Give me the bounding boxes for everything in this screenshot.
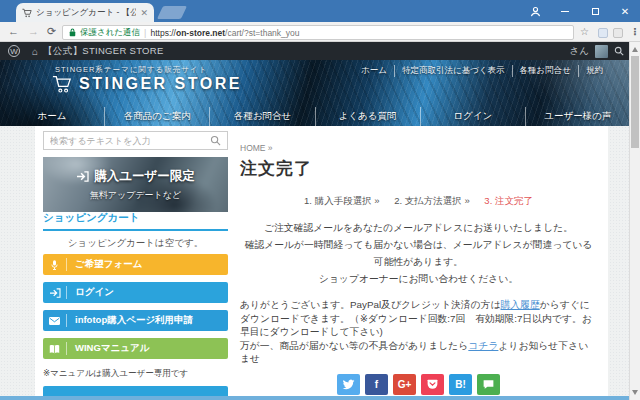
search-icon[interactable]: [210, 135, 221, 146]
top-nav-contact[interactable]: 各種お問合せ: [512, 65, 578, 77]
sign-in-arrow-icon: [76, 171, 89, 182]
infotop-apply-button[interactable]: infotop購入ページ利用申請: [43, 310, 228, 331]
step-2: 2. 支払方法選択 »: [394, 195, 470, 206]
pocket-share-button[interactable]: [421, 374, 444, 395]
nav-home[interactable]: ホーム: [0, 107, 104, 126]
address-bar[interactable]: 保護された通信 | https://on-store.net/cart/?st=…: [62, 25, 574, 40]
scrollbar-thumb[interactable]: [631, 56, 639, 148]
top-nav-home[interactable]: ホーム: [354, 65, 394, 77]
wordpress-logo-icon[interactable]: W: [8, 45, 20, 57]
step-3-active: 3. 注文完了: [484, 195, 533, 206]
message-line: 確認メールが一時間経っても届かない場合は、メールアドレスが間違っている可能性があ…: [240, 236, 597, 270]
home-icon[interactable]: ⌂: [32, 46, 38, 57]
extension-icon[interactable]: [598, 28, 608, 38]
minimize-button[interactable]: [550, 0, 580, 22]
microphone-icon: [43, 258, 67, 271]
top-nav-tokushoho[interactable]: 特定商取引法に基づく表示: [394, 65, 512, 77]
forward-icon: →: [28, 25, 39, 37]
menu-dots-icon[interactable]: ⋮: [630, 26, 640, 37]
message-line: ショップオーナーにお問い合わせください。: [240, 270, 597, 287]
profile-icon[interactable]: [520, 0, 550, 22]
site-tagline: STINGER系テーマに関する販売サイト: [55, 65, 207, 75]
content-container: 購入ユーザー限定 無料アップデートなど ショッピングカート ショッピングカートは…: [35, 126, 608, 397]
thanks-message: ありがとうございます。PayPal及びクレジット決済の方は購入履歴からすぐにダウ…: [240, 298, 597, 366]
banner-title: 購入ユーザー限定: [94, 168, 195, 185]
thanks-text: 万が一、商品が届かない等の不具合がありましたら: [240, 340, 468, 351]
report-problem-link[interactable]: コチラ: [468, 340, 498, 351]
cart-empty-text: ショッピングカートは空です。: [43, 237, 228, 250]
header-top-nav: ホーム 特定商取引法に基づく表示 各種お問合せ 規約: [354, 65, 610, 77]
close-button[interactable]: ✕: [610, 0, 640, 22]
address-separator: |: [144, 28, 146, 38]
confirmation-message: ご注文確認メールをあなたのメールアドレスにお送りいたしました。 確認メールが一時…: [240, 219, 597, 287]
back-icon[interactable]: ←: [8, 25, 19, 37]
nav-products[interactable]: 各商品のご案内: [104, 107, 209, 126]
step-1: 1. 購入手段選択 »: [304, 195, 380, 206]
cart-logo-icon: [52, 75, 72, 93]
browser-titlebar: ショッピングカート - 【公式】S ✕ ✕: [0, 0, 640, 22]
bookmark-star-icon[interactable]: ☆: [580, 26, 589, 37]
admin-search-icon[interactable]: [614, 46, 624, 56]
search-input[interactable]: [50, 136, 210, 146]
site-logo[interactable]: STINGER STORE: [52, 75, 242, 93]
top-nav-terms[interactable]: 規約: [578, 65, 610, 77]
twitter-share-button[interactable]: [337, 374, 360, 395]
search-box[interactable]: [43, 131, 228, 150]
google-plus-share-button[interactable]: G+: [393, 374, 416, 395]
wp-admin-bar: W ⌂ 【公式】STINGER STORE さん: [0, 42, 640, 60]
tab-title: ショッピングカート - 【公式】S: [36, 7, 136, 19]
maximize-button[interactable]: [580, 0, 610, 22]
nav-faq[interactable]: よくある質問: [315, 107, 420, 126]
widget-title-shopping-cart[interactable]: ショッピングカート: [43, 211, 228, 231]
purchase-history-link[interactable]: 購入履歴: [501, 299, 540, 310]
nav-contact[interactable]: 各種お問合せ: [209, 107, 314, 126]
comment-button[interactable]: [477, 374, 500, 395]
scroll-up-arrow-icon[interactable]: [632, 47, 638, 52]
admin-bar-site-name[interactable]: 【公式】STINGER STORE: [43, 45, 164, 58]
sign-in-icon: [43, 286, 67, 299]
secure-label: 保護された通信: [80, 27, 140, 39]
avatar[interactable]: [595, 45, 608, 58]
manual-note: ※マニュアルは購入ユーザー専用です: [43, 368, 188, 380]
browser-toolbar: ← → ⟳ 保護された通信 | https://on-store.net/car…: [0, 22, 640, 42]
browser-window: ショッピングカート - 【公式】S ✕ ✕ ← → ⟳ 保護された通信 | ht…: [0, 0, 640, 400]
page-title: 注文完了: [240, 157, 312, 180]
member-banner[interactable]: 購入ユーザー限定 無料アップデートなど: [43, 157, 228, 212]
footer-top-border: [0, 396, 630, 400]
wing-manual-button[interactable]: WINGマニュアル: [43, 338, 228, 359]
login-button[interactable]: ログイン: [43, 282, 228, 303]
tab-close-icon[interactable]: ✕: [140, 8, 148, 18]
request-form-button[interactable]: ご希望フォーム: [43, 254, 228, 275]
site-header: STINGER系テーマに関する販売サイト STINGER STORE ホーム 特…: [0, 60, 640, 126]
scroll-down-arrow-icon[interactable]: [632, 390, 638, 395]
lock-icon: [69, 28, 76, 37]
camera-extension-icon[interactable]: [613, 28, 623, 38]
book-icon: [43, 342, 67, 355]
browser-tab[interactable]: ショッピングカート - 【公式】S ✕: [16, 3, 154, 22]
nav-login[interactable]: ログイン: [420, 107, 525, 126]
reload-icon[interactable]: ⟳: [47, 25, 56, 38]
checkout-steps: 1. 購入手段選択 » 2. 支払方法選択 » 3. 注文完了: [240, 195, 597, 208]
site-logo-text: STINGER STORE: [79, 75, 242, 93]
message-line: ご注文確認メールをあなたのメールアドレスにお送りいたしました。: [240, 219, 597, 236]
url-text: https://on-store.net/cart/?st=thank_you: [150, 28, 299, 38]
nav-user-voice[interactable]: ユーザー様の声: [525, 107, 630, 126]
tab-favicon-cart-icon: [22, 8, 32, 18]
banner-subtitle: 無料アップデートなど: [90, 189, 181, 202]
breadcrumb[interactable]: HOME »: [240, 143, 273, 153]
facebook-share-button[interactable]: f: [365, 374, 388, 395]
main-nav: ホーム 各商品のご案内 各種お問合せ よくある質問 ログイン ユーザー様の声: [0, 107, 630, 126]
partial-button-strip[interactable]: [43, 386, 228, 396]
social-share-buttons: f G+ B!: [240, 374, 597, 395]
admin-user-suffix: さん: [570, 45, 589, 58]
envelope-icon: [43, 314, 67, 327]
vertical-scrollbar[interactable]: [629, 42, 640, 400]
hatena-bookmark-button[interactable]: B!: [449, 374, 472, 395]
new-tab-button[interactable]: [157, 6, 187, 19]
thanks-text: ありがとうございます。PayPal及びクレジット決済の方は: [240, 299, 501, 310]
